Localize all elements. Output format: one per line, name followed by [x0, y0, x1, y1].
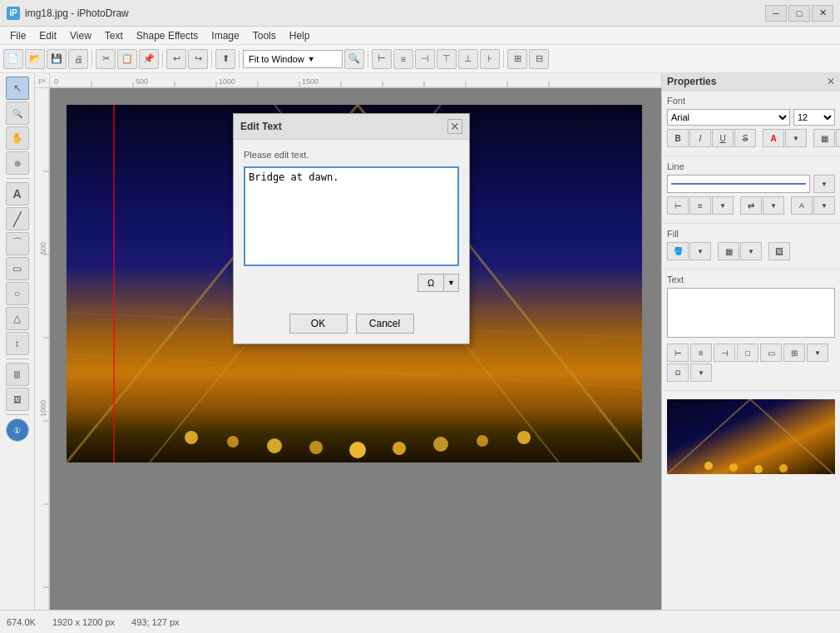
text-border-arrow[interactable]: ▼ — [807, 344, 828, 362]
copy-button[interactable]: 📋 — [117, 49, 137, 69]
rect-tool[interactable]: ▭ — [6, 257, 29, 280]
undo-button[interactable]: ↩ — [166, 49, 186, 69]
canvas-scroll-area[interactable]: Edit Text ✕ Please edit text. Bridge at … — [50, 88, 661, 610]
line-align-arrow[interactable]: ▼ — [712, 196, 734, 215]
special-char-button[interactable]: Ω — [418, 274, 444, 292]
line-align-center[interactable]: ≡ — [689, 196, 711, 215]
barcode-tool[interactable]: ||| — [6, 363, 29, 386]
eyedropper-tool[interactable]: ⊕ — [6, 151, 29, 175]
dialog-cancel-button[interactable]: Cancel — [356, 314, 414, 334]
dialog-buttons: OK Cancel — [234, 307, 469, 344]
toolbar-sep-6 — [503, 50, 504, 68]
line-tool[interactable]: ╱ — [6, 207, 29, 230]
font-label: Font — [667, 96, 835, 106]
text-align-center[interactable]: ≡ — [690, 344, 712, 362]
font-color-button[interactable]: A — [763, 129, 784, 147]
italic-button[interactable]: I — [689, 129, 711, 147]
align-middle-button[interactable]: ⊥ — [458, 49, 478, 69]
font-color-arrow[interactable]: ▼ — [785, 129, 807, 147]
text-align-left[interactable]: ⊢ — [667, 344, 689, 362]
ruler-horizontal: 0 500 1000 1500 — [50, 73, 661, 88]
fill-grid-button[interactable]: ▦ — [718, 242, 739, 260]
ruler-vertical: 500 1000 — [35, 88, 50, 610]
menu-shape-effects[interactable]: Shape Effects — [130, 28, 205, 43]
minimize-button[interactable]: ─ — [765, 5, 787, 22]
menu-file[interactable]: File — [3, 28, 32, 43]
title-bar: iP img18.jpg - iPhotoDraw ─ □ ✕ — [0, 0, 840, 27]
new-button[interactable]: 📄 — [3, 49, 23, 69]
menu-tools[interactable]: Tools — [246, 28, 283, 43]
properties-close-button[interactable]: ✕ — [827, 76, 835, 87]
text-properties-input[interactable] — [667, 288, 835, 338]
svg-point-45 — [729, 463, 738, 472]
text-special-button[interactable]: Ω — [667, 363, 689, 382]
dialog-text-input[interactable]: Bridge at dawn. — [244, 166, 459, 266]
badge-tool[interactable]: ① — [6, 418, 29, 442]
print-button[interactable]: 🖨 — [68, 49, 88, 69]
align-left-button[interactable]: ⊢ — [372, 49, 392, 69]
grid-button[interactable]: ⊞ — [507, 49, 527, 69]
export-button[interactable]: ⬆ — [215, 49, 235, 69]
dialog-ok-button[interactable]: OK — [289, 314, 348, 334]
bold-button[interactable]: B — [667, 129, 689, 147]
text-border-3[interactable]: ⊞ — [783, 344, 805, 362]
close-button[interactable]: ✕ — [812, 5, 833, 22]
font-grid-button[interactable]: ▦ — [813, 129, 835, 147]
fill-color-arrow[interactable]: ▼ — [689, 242, 711, 260]
paste-button[interactable]: 📌 — [139, 49, 159, 69]
menu-edit[interactable]: Edit — [32, 28, 63, 43]
line-color-arrow[interactable]: ▼ — [813, 196, 835, 215]
zoom-tool[interactable]: 🔍 — [6, 101, 29, 125]
font-size-select[interactable]: 12 — [793, 109, 835, 126]
dialog-close-button[interactable]: ✕ — [447, 119, 462, 134]
line-flip-button[interactable]: ⇄ — [740, 196, 762, 215]
line-section: Line ▼ ⊢ ≡ ▼ ⇄ ▼ A ▼ — [662, 156, 840, 224]
zoom-dropdown[interactable]: Fit to Window ▼ — [243, 50, 343, 68]
arrow-tool[interactable]: ↕ — [6, 332, 29, 355]
redo-button[interactable]: ↪ — [188, 49, 208, 69]
fill-grid-arrow[interactable]: ▼ — [740, 242, 762, 260]
font-grid-arrow[interactable]: ▼ — [836, 129, 840, 147]
line-style-arrow[interactable]: ▼ — [813, 175, 835, 193]
cut-button[interactable]: ✂ — [96, 49, 116, 69]
open-button[interactable]: 📂 — [25, 49, 45, 69]
curve-tool[interactable]: ⌒ — [6, 232, 29, 255]
triangle-tool[interactable]: △ — [6, 307, 29, 330]
fill-image-button[interactable]: 🖼 — [768, 242, 790, 260]
align-bottom-button[interactable]: ⊦ — [480, 49, 500, 69]
image-tool[interactable]: 🖼 — [6, 388, 29, 411]
pointer-tool[interactable]: ↖ — [6, 77, 29, 100]
text-tool[interactable]: A — [6, 182, 29, 205]
align-right-button[interactable]: ⊣ — [415, 49, 435, 69]
font-style-row: B I U S A ▼ ▦ ▼ — [667, 129, 835, 147]
pan-tool[interactable]: ✋ — [6, 126, 29, 150]
grid2-button[interactable]: ⊟ — [529, 49, 549, 69]
line-flip-arrow[interactable]: ▼ — [763, 196, 784, 215]
line-align-left[interactable]: ⊢ — [667, 196, 689, 215]
strikethrough-button[interactable]: S — [734, 129, 756, 147]
image-thumbnail — [667, 399, 835, 474]
fill-section: Fill 🪣 ▼ ▦ ▼ 🖼 — [662, 224, 840, 270]
restore-button[interactable]: □ — [788, 5, 810, 22]
save-button[interactable]: 💾 — [47, 49, 67, 69]
menu-image[interactable]: Image — [205, 28, 245, 43]
align-center-button[interactable]: ≡ — [393, 49, 413, 69]
line-tools-row: ⊢ ≡ ▼ ⇄ ▼ A ▼ ▦ ▼ — [667, 196, 835, 215]
menu-view[interactable]: View — [63, 28, 98, 43]
menu-text[interactable]: Text — [98, 28, 130, 43]
main-layout: ↖ 🔍 ✋ ⊕ A ╱ ⌒ ▭ ○ △ ↕ ||| 🖼 ① px 0 — [0, 73, 840, 610]
align-top-button[interactable]: ⊤ — [437, 49, 457, 69]
special-char-arrow[interactable]: ▼ — [444, 274, 459, 292]
line-align-group: ⊢ ≡ ▼ — [667, 196, 734, 215]
text-special-arrow[interactable]: ▼ — [690, 363, 712, 382]
font-name-select[interactable]: Arial — [667, 109, 790, 126]
text-border-1[interactable]: □ — [737, 344, 758, 362]
menu-help[interactable]: Help — [283, 28, 317, 43]
fill-color-button[interactable]: 🪣 — [667, 242, 689, 260]
ellipse-tool[interactable]: ○ — [6, 282, 29, 305]
text-border-2[interactable]: ▭ — [760, 344, 782, 362]
search-zoom-button[interactable]: 🔍 — [344, 49, 364, 69]
text-align-right[interactable]: ⊣ — [714, 344, 735, 362]
line-color-button[interactable]: A — [791, 196, 813, 215]
underline-button[interactable]: U — [712, 129, 734, 147]
